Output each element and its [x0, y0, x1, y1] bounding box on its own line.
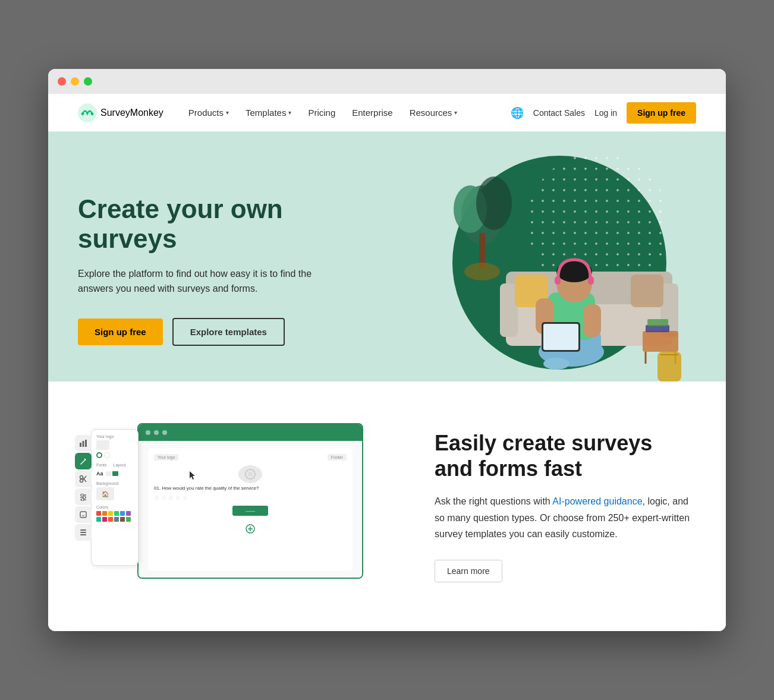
close-dot[interactable]	[58, 77, 66, 86]
nav-right: 🌐 Contact Sales Log in Sign up free	[511, 102, 696, 124]
svg-rect-32	[657, 352, 681, 381]
add-question-btn[interactable]	[154, 524, 347, 535]
fonts-label: Fonts	[96, 463, 107, 467]
svg-point-17	[543, 358, 570, 370]
svg-point-37	[80, 476, 83, 479]
swatch-yellow[interactable]	[108, 511, 113, 516]
learn-more-button[interactable]: Learn more	[435, 560, 502, 582]
settings-panel: Your logo Fonts Layout Aa	[91, 429, 139, 566]
swatch-blue[interactable]	[120, 511, 125, 516]
preview-avatar	[238, 465, 262, 483]
swatch-orange[interactable]	[102, 511, 107, 516]
star-5: ☆	[183, 494, 188, 501]
star-3: ☆	[168, 494, 174, 501]
colors-label: Colors	[96, 505, 133, 509]
builder-dot-2	[154, 430, 159, 435]
swatch-brown[interactable]	[120, 517, 125, 522]
color-swatches	[96, 511, 133, 522]
preview-content: Your logo Footer	[148, 448, 353, 570]
hero-content: Create your own surveys Explore the plat…	[78, 194, 387, 381]
hero-title: Create your own surveys	[78, 194, 387, 254]
navigation: SurveyMonkey Products ▾ Templates ▾ Pric…	[48, 94, 726, 132]
swatch-lightgreen[interactable]	[126, 517, 131, 522]
svg-rect-22	[543, 324, 578, 350]
browser-window: SurveyMonkey Products ▾ Templates ▾ Pric…	[48, 69, 726, 631]
nav-links: Products ▾ Templates ▾ Pricing Enterpris…	[181, 103, 511, 122]
star-2: ☆	[161, 494, 166, 501]
maximize-dot[interactable]	[84, 77, 92, 86]
svg-rect-31	[647, 319, 668, 326]
swatch-gray[interactable]	[114, 517, 119, 522]
builder-body: Your logo Footer	[139, 441, 362, 578]
hero-templates-button[interactable]: Explore templates	[172, 318, 285, 346]
ai-guidance-link[interactable]: AI-powered guidance	[552, 496, 642, 506]
nav-item-pricing[interactable]: Pricing	[301, 103, 342, 122]
features-title: Easily create surveys and forms fast	[435, 430, 696, 481]
features-desc: Ask the right questions with AI-powered …	[435, 493, 696, 542]
logo-text: SurveyMonkey	[100, 108, 163, 118]
builder-canvas: Your logo Footer	[137, 423, 363, 579]
logo-label: Your logo	[96, 434, 133, 439]
layout-label: Layout	[114, 463, 126, 467]
svg-rect-25	[555, 276, 561, 285]
swatch-red[interactable]	[96, 511, 101, 516]
swatch-green[interactable]	[114, 511, 119, 516]
builder-dot-1	[146, 430, 150, 435]
features-section: Your logo Fonts Layout Aa	[48, 381, 726, 631]
star-1: ☆	[154, 494, 159, 501]
logo-section: Your logo	[96, 434, 133, 458]
svg-point-1	[81, 112, 84, 115]
swatch-teal[interactable]	[96, 517, 101, 522]
svg-point-5	[476, 176, 512, 230]
pen-rail-icon	[75, 453, 92, 469]
svg-rect-35	[83, 441, 84, 447]
survey-builder-illustration: Your logo Fonts Layout Aa	[78, 423, 363, 584]
logo-icon	[78, 103, 97, 122]
svg-point-7	[464, 263, 500, 280]
builder-dot-3	[162, 430, 167, 435]
chart-rail-icon	[75, 435, 92, 452]
swatch-deeporange[interactable]	[108, 517, 113, 522]
fonts-section: Fonts Layout Aa	[96, 463, 133, 477]
swatch-pink[interactable]	[102, 517, 107, 522]
nav-item-products[interactable]: Products ▾	[181, 103, 236, 122]
svg-point-46	[81, 499, 84, 501]
list-rail-icon	[75, 524, 92, 541]
logo[interactable]: SurveyMonkey	[78, 103, 163, 122]
svg-rect-26	[588, 276, 594, 285]
svg-point-38	[80, 480, 83, 483]
svg-point-52	[248, 472, 253, 477]
preview-stars: ☆ ☆ ☆ ☆ ☆	[154, 494, 347, 501]
preview-logo: Your logo	[154, 454, 178, 461]
scissors-rail-icon	[75, 471, 92, 487]
sliders-rail-icon	[75, 488, 92, 505]
svg-point-2	[91, 112, 94, 115]
builder-header	[139, 424, 362, 441]
hero-signup-button[interactable]: Sign up free	[78, 319, 163, 345]
globe-icon[interactable]: 🌐	[511, 106, 524, 119]
svg-point-44	[81, 494, 83, 496]
tool-rail	[75, 435, 92, 541]
swatch-purple[interactable]	[126, 511, 131, 516]
hero-section: Create your own surveys Explore the plat…	[48, 132, 726, 381]
background-section: Background 🏠	[96, 481, 133, 500]
nav-item-templates[interactable]: Templates ▾	[238, 103, 298, 122]
login-button[interactable]: Log in	[594, 108, 617, 118]
nav-item-resources[interactable]: Resources ▾	[402, 103, 465, 122]
signup-button[interactable]: Sign up free	[627, 102, 696, 124]
minimize-dot[interactable]	[71, 77, 79, 86]
svg-rect-27	[643, 331, 678, 352]
svg-rect-49	[80, 529, 86, 531]
chevron-down-icon: ▾	[288, 109, 291, 116]
preview-header: Your logo Footer	[154, 454, 347, 461]
hero-subtitle: Explore the platform to find out how eas…	[78, 266, 316, 297]
nav-item-enterprise[interactable]: Enterprise	[345, 103, 399, 122]
chevron-down-icon: ▾	[226, 109, 229, 116]
hero-buttons: Sign up free Explore templates	[78, 318, 387, 346]
hero-image	[417, 144, 702, 381]
svg-rect-47	[80, 512, 86, 518]
cursor-icon	[188, 470, 198, 481]
preview-image-area	[154, 465, 347, 483]
contact-sales-link[interactable]: Contact Sales	[533, 108, 585, 118]
features-text: Easily create surveys and forms fast Ask…	[435, 430, 696, 582]
